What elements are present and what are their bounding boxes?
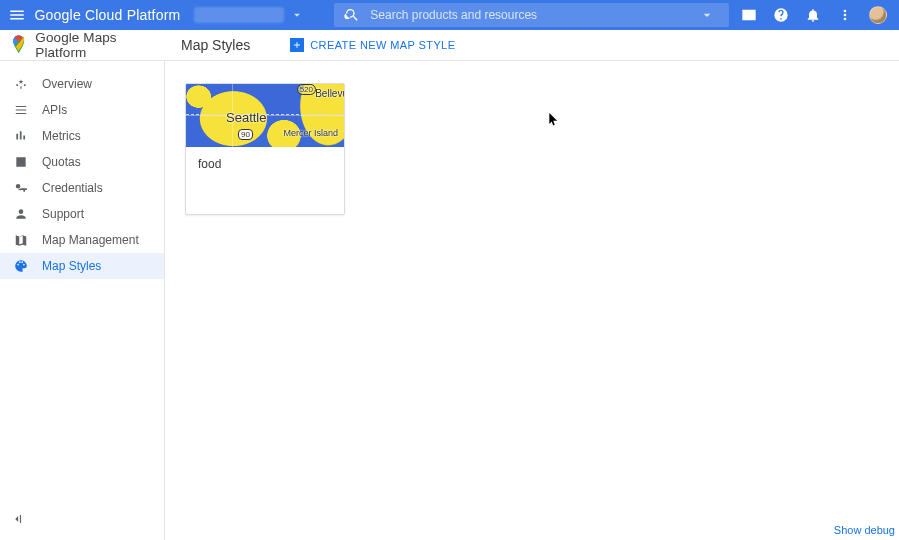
thumb-label-ne: Bellevu xyxy=(315,88,344,99)
sidebar-item-label: Map Styles xyxy=(42,259,101,273)
cloud-shell-icon[interactable] xyxy=(741,7,757,23)
project-picker[interactable] xyxy=(194,7,304,23)
sidebar-item-label: Support xyxy=(42,207,84,221)
help-icon[interactable] xyxy=(773,7,789,23)
top-bar-actions xyxy=(729,6,899,24)
sidebar-item-overview[interactable]: Overview xyxy=(0,71,164,97)
person-icon xyxy=(14,207,28,221)
palette-icon xyxy=(14,259,28,273)
sidebar-item-label: APIs xyxy=(42,103,67,117)
sidebar-item-map-management[interactable]: Map Management xyxy=(0,227,164,253)
menu-icon xyxy=(8,6,26,24)
svg-point-0 xyxy=(17,39,21,43)
project-name-redacted xyxy=(194,7,284,23)
more-vert-icon[interactable] xyxy=(837,7,853,23)
mouse-cursor-icon xyxy=(549,113,559,127)
thumb-label-route: 520 xyxy=(297,84,316,95)
map-style-card[interactable]: Seattle Bellevu Mercer Island 520 90 foo… xyxy=(185,83,345,215)
search-dropdown-toggle[interactable] xyxy=(695,7,719,23)
map-style-thumbnail: Seattle Bellevu Mercer Island 520 90 xyxy=(186,84,344,147)
thumb-label-shield: 90 xyxy=(238,129,253,140)
sidebar-item-metrics[interactable]: Metrics xyxy=(0,123,164,149)
hamburger-menu-button[interactable] xyxy=(0,6,35,24)
thumb-label-island: Mercer Island xyxy=(283,128,338,138)
maps-pin-icon xyxy=(12,35,25,55)
chevron-down-icon xyxy=(699,7,715,23)
create-map-style-button[interactable]: CREATE NEW MAP STYLE xyxy=(290,38,455,52)
create-map-style-label: CREATE NEW MAP STYLE xyxy=(310,39,455,51)
search-input[interactable] xyxy=(370,8,695,22)
search-box[interactable] xyxy=(334,3,729,27)
account-avatar[interactable] xyxy=(869,6,887,24)
product-name: Google Maps Platform xyxy=(35,30,165,60)
collapse-sidebar-button[interactable] xyxy=(10,512,24,530)
gcp-top-bar: Google Cloud Platform xyxy=(0,0,899,30)
overview-icon xyxy=(14,77,28,91)
chevron-left-icon xyxy=(10,512,24,526)
sidebar-item-map-styles[interactable]: Map Styles xyxy=(0,253,164,279)
list-icon xyxy=(14,103,28,117)
sidebar-item-label: Credentials xyxy=(42,181,103,195)
show-debug-link[interactable]: Show debug xyxy=(834,524,895,536)
sidebar-item-apis[interactable]: APIs xyxy=(0,97,164,123)
product-header: Google Maps Platform Map Styles CREATE N… xyxy=(0,30,899,61)
sidebar-item-quotas[interactable]: Quotas xyxy=(0,149,164,175)
product-branding: Google Maps Platform xyxy=(0,30,165,60)
quota-icon xyxy=(14,155,28,169)
sidebar-item-support[interactable]: Support xyxy=(0,201,164,227)
notifications-icon[interactable] xyxy=(805,7,821,23)
sidebar-item-label: Map Management xyxy=(42,233,139,247)
page-title: Map Styles xyxy=(181,37,250,53)
map-icon xyxy=(14,233,28,247)
key-icon xyxy=(14,181,28,195)
sidebar-item-label: Overview xyxy=(42,77,92,91)
sidebar-item-credentials[interactable]: Credentials xyxy=(0,175,164,201)
bar-chart-icon xyxy=(14,129,28,143)
chevron-down-icon xyxy=(290,8,304,22)
plus-icon xyxy=(290,38,304,52)
sidebar-nav: Overview APIs Metrics Quotas Credentials… xyxy=(0,61,165,540)
platform-title: Google Cloud Platform xyxy=(35,7,181,23)
map-style-name: food xyxy=(186,147,344,181)
search-icon xyxy=(344,7,360,23)
map-styles-list: Seattle Bellevu Mercer Island 520 90 foo… xyxy=(165,61,899,540)
sidebar-item-label: Quotas xyxy=(42,155,81,169)
sidebar-item-label: Metrics xyxy=(42,129,81,143)
thumb-label-city: Seattle xyxy=(226,110,266,125)
